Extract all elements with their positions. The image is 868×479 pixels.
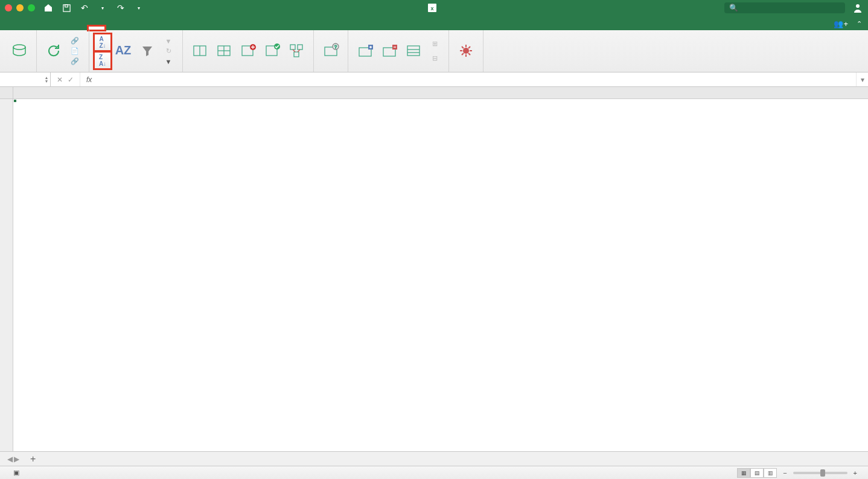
- sort-za-icon: ZA↓: [99, 54, 106, 67]
- filter-button[interactable]: [135, 31, 159, 71]
- get-external-data-button[interactable]: [7, 31, 31, 71]
- consolidate-button[interactable]: [284, 31, 308, 71]
- data-tools-group: [183, 30, 314, 72]
- close-window[interactable]: [5, 4, 12, 11]
- fill-handle[interactable]: [13, 99, 17, 103]
- home-icon[interactable]: [43, 3, 53, 13]
- tab-page-layout[interactable]: [54, 26, 71, 30]
- svg-point-4: [856, 4, 860, 8]
- refresh-all-button[interactable]: [42, 31, 66, 71]
- svg-point-5: [13, 45, 25, 50]
- analysis-tools-button[interactable]: [454, 31, 478, 71]
- ungroup-icon: [380, 41, 399, 60]
- sheet-nav-next[interactable]: ▶: [14, 455, 19, 463]
- hide-detail-button[interactable]: ⊟: [428, 54, 444, 63]
- minimize-window[interactable]: [16, 4, 24, 11]
- connections-button[interactable]: 🔗: [68, 36, 84, 46]
- titlebar: ↶ ▾ ↷ ▾ x 🔍: [0, 0, 868, 16]
- subtotal-button[interactable]: [401, 31, 426, 71]
- text-to-columns-button[interactable]: [188, 31, 212, 71]
- sort-ascending-button[interactable]: AZ↓: [94, 34, 111, 51]
- expand-formula-bar[interactable]: ▾: [856, 72, 868, 86]
- sheet-nav-prev[interactable]: ◀: [7, 455, 13, 463]
- zoom-in-button[interactable]: +: [854, 469, 857, 477]
- tab-developer[interactable]: [139, 26, 156, 30]
- svg-point-28: [463, 48, 469, 54]
- status-bar: ▣ ▦ ▤ ▥ − +: [0, 466, 868, 479]
- search-sheet-input[interactable]: 🔍: [724, 2, 845, 13]
- view-normal[interactable]: ▦: [737, 468, 750, 478]
- properties-button[interactable]: 📄: [68, 47, 84, 56]
- data-validation-icon: [263, 41, 282, 60]
- tab-data[interactable]: [88, 26, 105, 30]
- selection-outline: [13, 99, 16, 101]
- advanced-icon: ▼: [164, 57, 173, 66]
- cancel-formula-icon[interactable]: ✕: [57, 76, 63, 84]
- add-sheet-button[interactable]: +: [24, 454, 42, 465]
- edit-links-button[interactable]: 🔗: [68, 57, 84, 66]
- svg-rect-17: [294, 52, 299, 57]
- sort-button[interactable]: AZ: [111, 31, 135, 71]
- ribbon-data: 🔗 📄 🔗 AZ↓ ZA↓ AZ ▼ ↻ ▼ ?: [0, 30, 868, 72]
- connections-icon: 🔗: [71, 37, 79, 45]
- quick-access-toolbar: ↶ ▾ ↷ ▾: [43, 3, 144, 13]
- whatif-group: ?: [314, 30, 348, 72]
- sort-icon: AZ: [113, 41, 133, 60]
- whatif-analysis-button[interactable]: ?: [319, 31, 343, 71]
- fx-icon[interactable]: fx: [80, 76, 98, 84]
- remove-duplicates-icon: [238, 41, 258, 60]
- share-button[interactable]: 👥+: [834, 19, 850, 28]
- document-title: x: [428, 4, 440, 12]
- svg-rect-16: [298, 45, 302, 50]
- qat-customize[interactable]: ▾: [134, 3, 144, 13]
- view-page-break[interactable]: ▥: [764, 468, 777, 478]
- clear-icon: ▼: [164, 37, 173, 45]
- show-detail-button[interactable]: ⊞: [428, 39, 444, 49]
- analysis-tools-icon: [456, 41, 476, 60]
- outline-group: ⊞ ⊟: [348, 30, 449, 72]
- sheet-tabs-bar: ◀ ▶ +: [0, 451, 868, 466]
- data-validation-button[interactable]: [260, 31, 284, 71]
- remove-duplicates-button[interactable]: [236, 31, 260, 71]
- enter-formula-icon[interactable]: ✓: [68, 76, 74, 84]
- advanced-filter-button[interactable]: ▼: [162, 57, 177, 66]
- subtotal-icon: [404, 41, 423, 60]
- spreadsheet-grid: [0, 87, 868, 451]
- undo-dropdown[interactable]: ▾: [98, 3, 107, 13]
- sort-descending-button[interactable]: ZA↓: [94, 52, 111, 69]
- tab-draw[interactable]: [37, 26, 54, 30]
- ribbon-tabs: 👥+ ⌃: [0, 16, 868, 30]
- show-detail-icon: ⊞: [430, 40, 439, 48]
- refresh-icon: [44, 41, 63, 60]
- save-icon[interactable]: [62, 3, 71, 13]
- flash-fill-button[interactable]: [212, 31, 236, 71]
- tab-insert[interactable]: [21, 26, 37, 30]
- zoom-out-button[interactable]: −: [783, 469, 787, 477]
- svg-text:x: x: [430, 5, 433, 11]
- connections-group: 🔗 📄 🔗: [37, 30, 89, 72]
- svg-rect-0: [63, 4, 69, 11]
- tab-home[interactable]: [4, 26, 21, 30]
- ungroup-button[interactable]: [377, 31, 401, 71]
- maximize-window[interactable]: [28, 4, 35, 11]
- zoom-slider[interactable]: [793, 472, 847, 474]
- tab-review[interactable]: [105, 26, 122, 30]
- redo-icon[interactable]: ↷: [116, 3, 126, 13]
- macro-record-icon[interactable]: ▣: [13, 469, 19, 477]
- tab-formulas[interactable]: [71, 26, 88, 30]
- reapply-icon: ↻: [164, 47, 173, 56]
- svg-rect-15: [290, 45, 295, 50]
- collapse-ribbon-icon[interactable]: ⌃: [857, 20, 862, 28]
- name-box[interactable]: ▴▾: [0, 72, 51, 86]
- tab-view[interactable]: [122, 26, 139, 30]
- row-headers: [0, 99, 13, 451]
- undo-icon[interactable]: ↶: [80, 3, 89, 13]
- view-page-layout[interactable]: ▤: [750, 468, 764, 478]
- user-account-icon[interactable]: [852, 2, 863, 13]
- name-box-spinner[interactable]: ▴▾: [45, 76, 48, 83]
- group-button[interactable]: [353, 31, 377, 71]
- clear-filter-button[interactable]: ▼: [162, 36, 177, 46]
- cells-area[interactable]: [13, 99, 868, 451]
- select-all-corner[interactable]: [0, 87, 13, 99]
- reapply-button[interactable]: ↻: [162, 47, 177, 56]
